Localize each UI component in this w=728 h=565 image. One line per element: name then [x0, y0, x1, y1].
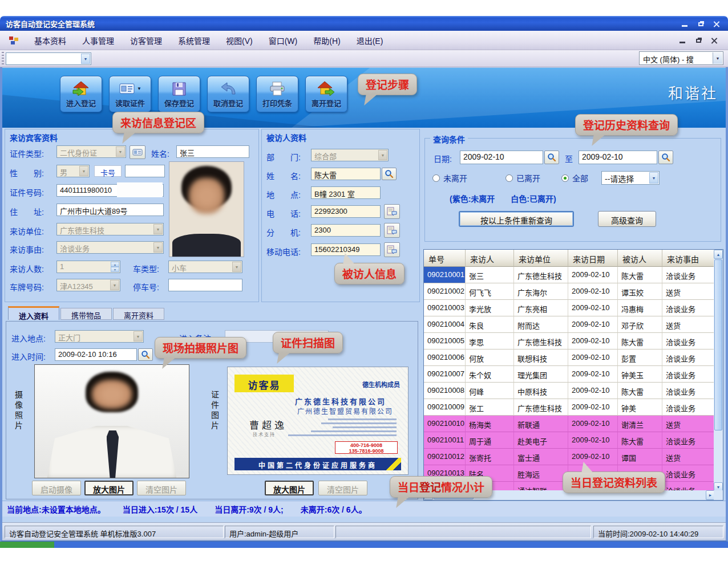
id-type-combobox[interactable]: 二代身份证▼	[56, 145, 126, 158]
chevron-down-icon[interactable]: ▼	[378, 150, 387, 160]
vehicle-type-combobox[interactable]: 小车▼	[168, 261, 242, 273]
tab-2[interactable]: 携带物品	[60, 308, 112, 320]
radio-2[interactable]: 已离开	[505, 172, 540, 184]
menu-item-1[interactable]: 基本资料	[26, 32, 74, 49]
reason-combobox[interactable]: 洽谈业务▼	[56, 241, 164, 254]
scroll-up-icon[interactable]: ▲	[714, 250, 723, 259]
address-field[interactable]: 广州市中山大道89号	[56, 204, 164, 216]
date-to-picker-button[interactable]	[658, 151, 673, 164]
menu-item-2[interactable]: 人事管理	[74, 32, 122, 49]
mdi-minimize-icon[interactable]	[677, 35, 688, 44]
table-row[interactable]: 090210001张三广东德生科技2009-02-10陈大雷洽谈业务	[424, 267, 715, 283]
close-icon[interactable]	[711, 19, 722, 28]
enter-register-button[interactable]: 进入登记	[60, 76, 102, 112]
chevron-down-icon[interactable]: ▼	[116, 147, 125, 157]
chevron-down-icon[interactable]: ▼	[713, 52, 722, 64]
interviewee-name-field[interactable]: 陈大雷	[311, 168, 381, 180]
table-row[interactable]: 090210006何放联想科技2009-02-10彭置洽谈业务	[424, 349, 715, 366]
table-row[interactable]: 090210003李光放广东亮相2009-02-10冯惠梅洽谈业务	[424, 300, 715, 316]
radio-dot-icon[interactable]	[561, 174, 569, 182]
tab-1[interactable]: 进入资料	[8, 306, 59, 320]
chevron-down-icon[interactable]: ▼	[232, 262, 241, 272]
visitor-name-field[interactable]: 张三	[176, 145, 249, 158]
quick-select-combobox[interactable]: ▼	[6, 52, 91, 65]
mdi-close-icon[interactable]	[709, 35, 720, 44]
dial-mobile-button[interactable]	[384, 242, 400, 257]
enlarge-photo-button[interactable]: 放大图片	[84, 481, 134, 495]
table-header-3[interactable]: 来访单位	[514, 250, 568, 267]
table-row[interactable]: 090210005李思广东德生科技2009-02-10陈大雷洽谈业务	[424, 333, 715, 349]
dial-phone-button[interactable]	[384, 204, 400, 219]
table-header-5[interactable]: 被访人	[618, 250, 662, 267]
entry-location-combobox[interactable]: 正大门▼	[55, 330, 144, 343]
radio-dot-icon[interactable]	[505, 174, 513, 182]
minimize-icon[interactable]	[679, 19, 690, 28]
radio-1[interactable]: 未离开	[432, 172, 467, 184]
table-header-4[interactable]: 来访日期	[568, 250, 618, 267]
chevron-down-icon[interactable]: ▼	[81, 54, 90, 64]
date-to-field[interactable]: 2009-02-10	[579, 151, 657, 164]
dial-ext-button[interactable]	[384, 223, 400, 238]
mdi-restore-icon[interactable]	[693, 35, 704, 44]
menu-item-5[interactable]: 视图(V)	[218, 32, 261, 49]
time-picker-button[interactable]	[138, 348, 153, 361]
tab-3[interactable]: 离开资料	[113, 308, 164, 320]
menu-item-8[interactable]: 退出(E)	[349, 32, 391, 49]
title-bar[interactable]: 访客自动登记安全管理系统	[0, 16, 728, 31]
start-camera-button[interactable]: 启动摄像	[32, 481, 81, 495]
table-row[interactable]: 090210004朱良附而达2009-02-10邓子欣送货	[424, 316, 715, 333]
plate-combobox[interactable]: 津A12345▼	[56, 279, 120, 291]
chevron-down-icon[interactable]: ▼	[153, 242, 163, 253]
cancel-register-button[interactable]: 取消登记	[207, 76, 249, 112]
advanced-query-button[interactable]: 高级查询	[598, 211, 656, 227]
language-selector[interactable]: 中文 (简体) - 搜 ▼	[639, 51, 723, 65]
search-person-button[interactable]	[382, 168, 397, 180]
vertical-scrollbar[interactable]: ▲ ▼	[714, 250, 723, 491]
table-header-2[interactable]: 来访人	[466, 250, 514, 267]
phone-field[interactable]: 22992300	[311, 205, 381, 218]
chevron-down-icon[interactable]: ▼	[110, 280, 119, 290]
table-header-6[interactable]: 来访事由	[662, 250, 715, 267]
table-row[interactable]: 090210007朱个奴理光集团2009-02-10钟美玉洽谈业务	[424, 366, 715, 383]
ext-field[interactable]: 2300	[311, 224, 381, 237]
date-from-field[interactable]: 2009-02-10	[460, 151, 543, 164]
dept-combobox[interactable]: 综合部▼	[311, 149, 389, 161]
restore-icon[interactable]	[695, 19, 706, 28]
spin-up-icon[interactable]: ▲	[111, 262, 119, 267]
table-header-1[interactable]: 单号	[424, 250, 466, 267]
chevron-down-icon[interactable]: ▼	[649, 172, 658, 184]
table-row[interactable]: 090210011周于通赴美电子2009-02-10陈大雷洽谈业务	[424, 432, 715, 449]
clear-scan-button[interactable]: 清空图片	[318, 481, 367, 495]
location-field[interactable]: B幢 2301 室	[311, 186, 381, 199]
chevron-down-icon[interactable]: ▼	[153, 224, 163, 234]
gender-combobox[interactable]: 男▼	[56, 165, 90, 177]
menu-item-7[interactable]: 帮助(H)	[305, 32, 348, 49]
clear-photo-button[interactable]: 清空图片	[137, 481, 186, 495]
menu-item-6[interactable]: 窗口(W)	[261, 32, 306, 49]
read-id-button[interactable]: ▼读取证件	[109, 76, 151, 112]
vertical-scroll-thumb[interactable]	[714, 259, 722, 430]
save-register-button[interactable]: 保存登记	[158, 76, 200, 112]
taskbar-edge[interactable]	[0, 542, 728, 548]
date-from-picker-button[interactable]	[544, 151, 559, 164]
radio-dot-icon[interactable]	[432, 174, 440, 182]
chevron-down-icon[interactable]: ▼	[79, 166, 88, 176]
menu-item-3[interactable]: 访客管理	[122, 32, 170, 49]
requery-button[interactable]: 按以上条件重新查询	[459, 211, 574, 227]
people-count-stepper[interactable]: 1 ▲▼	[56, 261, 120, 273]
table-row[interactable]: 090210012张寄托富士通2009-02-10谭国送货	[424, 449, 715, 465]
table-row[interactable]: 090210009张工广东德生科技2009-02-10钟美洽谈业务	[424, 399, 715, 416]
status-select[interactable]: --请选择▼	[601, 171, 660, 185]
entry-time-field[interactable]: 2009-02-10 10:16	[55, 348, 137, 361]
chevron-down-icon[interactable]: ▼	[134, 331, 143, 342]
table-row[interactable]: 090210010杨海类新联通2009-02-10谢清兰送货	[424, 416, 715, 432]
menu-item-4[interactable]: 系统管理	[170, 32, 218, 49]
spin-down-icon[interactable]: ▼	[111, 267, 119, 272]
radio-3[interactable]: 全部	[561, 172, 588, 184]
leave-register-button[interactable]: 离开登记	[305, 76, 347, 112]
print-slip-button[interactable]: 打印凭条	[256, 76, 298, 112]
card-reader-button[interactable]	[130, 145, 145, 159]
enlarge-scan-button[interactable]: 放大图片	[265, 481, 314, 495]
table-row[interactable]: 090210002何飞飞广东海尔2009-02-10谭玉姣送货	[424, 283, 715, 300]
chevron-down-icon[interactable]: ▼	[137, 86, 141, 91]
